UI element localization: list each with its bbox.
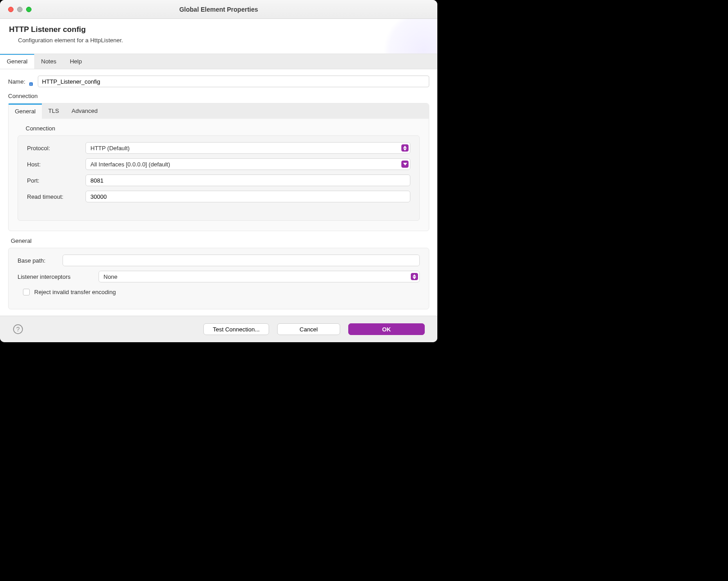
connection-body: Connection Protocol: HTTP (Default) [9, 119, 429, 231]
connection-section-label: Connection [8, 93, 429, 99]
dialog-header: HTTP Listener config Configuration eleme… [0, 19, 437, 54]
interceptors-row: Listener interceptors None [18, 271, 420, 282]
dialog-window: Global Element Properties HTTP Listener … [0, 0, 437, 342]
base-path-label: Base path: [18, 257, 63, 264]
general-section-label: General [8, 237, 429, 244]
help-icon[interactable]: ? [13, 324, 23, 335]
timeout-input[interactable] [85, 191, 410, 202]
info-icon: i [29, 81, 33, 85]
host-row: Host: All Interfaces [0.0.0.0] (default) [27, 158, 410, 170]
protocol-select[interactable]: HTTP (Default) [85, 142, 410, 154]
tab-notes[interactable]: Notes [34, 54, 63, 69]
chevron-down-icon [401, 161, 409, 168]
general-fieldset: Base path: Listener interceptors None [8, 248, 429, 309]
page-title: HTTP Listener config [9, 25, 428, 34]
conn-tab-advanced[interactable]: Advanced [65, 103, 104, 119]
updown-icon [401, 144, 409, 152]
tab-general[interactable]: General [0, 54, 34, 69]
base-path-input[interactable] [63, 255, 420, 266]
dialog-footer: ? Test Connection... Cancel OK [0, 316, 437, 342]
port-label: Port: [27, 177, 85, 184]
svg-text:i: i [31, 82, 31, 86]
host-label: Host: [27, 161, 85, 168]
interceptors-value: None [103, 273, 117, 280]
connection-tabs: General TLS Advanced [9, 103, 429, 119]
protocol-label: Protocol: [27, 145, 85, 152]
connection-group-title: Connection [18, 125, 420, 132]
name-label: Name: [8, 78, 25, 85]
connection-fieldset: Protocol: HTTP (Default) Host: [18, 135, 420, 221]
ok-button[interactable]: OK [348, 323, 425, 335]
reject-label: Reject invalid transfer encoding [34, 289, 116, 295]
timeout-row: Read timeout: [27, 191, 410, 202]
conn-tab-general[interactable]: General [9, 103, 42, 119]
tab-help[interactable]: Help [63, 54, 89, 69]
svg-text:?: ? [16, 326, 20, 333]
base-path-row: Base path: [18, 255, 420, 266]
name-row: Name: i [8, 76, 429, 87]
main-tabs: General Notes Help [0, 54, 437, 69]
window-title: Global Element Properties [0, 6, 437, 13]
test-connection-button[interactable]: Test Connection... [203, 323, 269, 335]
tab-content: Name: i Connection General TLS Advanced … [0, 69, 437, 316]
page-subtitle: Configuration element for a HttpListener… [9, 37, 428, 44]
interceptors-label: Listener interceptors [18, 273, 99, 280]
conn-tab-tls[interactable]: TLS [42, 103, 65, 119]
host-value: All Interfaces [0.0.0.0] (default) [90, 161, 170, 168]
reject-checkbox[interactable] [23, 289, 30, 295]
connection-panel: General TLS Advanced Connection Protocol… [8, 103, 429, 231]
cancel-button[interactable]: Cancel [277, 323, 340, 335]
timeout-label: Read timeout: [27, 193, 85, 200]
name-input[interactable] [38, 76, 429, 87]
interceptors-select[interactable]: None [99, 271, 420, 282]
port-input[interactable] [85, 174, 410, 186]
reject-row: Reject invalid transfer encoding [18, 289, 420, 295]
titlebar: Global Element Properties [0, 0, 437, 19]
host-select[interactable]: All Interfaces [0.0.0.0] (default) [85, 158, 410, 170]
protocol-row: Protocol: HTTP (Default) [27, 142, 410, 154]
protocol-value: HTTP (Default) [90, 145, 130, 152]
updown-icon [411, 273, 418, 280]
port-row: Port: [27, 174, 410, 186]
